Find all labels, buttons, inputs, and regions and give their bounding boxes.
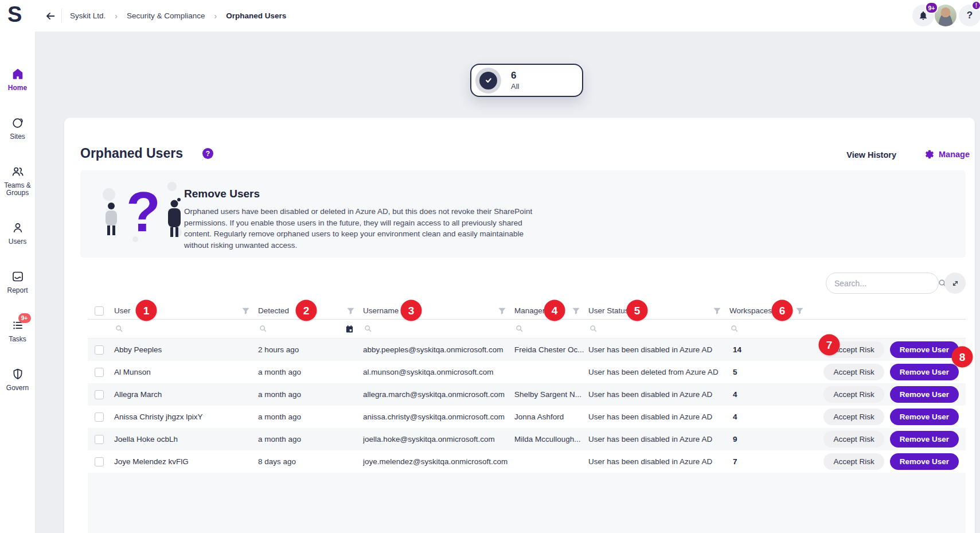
- filter-funnel-icon[interactable]: [713, 307, 721, 315]
- check-icon: [479, 72, 497, 90]
- remove-user-button[interactable]: Remove User: [890, 364, 959, 380]
- sidebar-item-govern[interactable]: Govern: [0, 367, 36, 392]
- gear-icon: [924, 149, 935, 159]
- column-label: User: [114, 306, 131, 315]
- remove-user-button[interactable]: Remove User: [890, 341, 959, 358]
- annotation-circle-2: 2: [296, 300, 317, 321]
- cell-user-status: User has been deleted from Azure AD: [588, 368, 729, 376]
- cell-user-status: User has been disabled in Azure AD: [588, 457, 729, 466]
- cell-workspaces: 9: [729, 435, 809, 443]
- row-checkbox[interactable]: [95, 435, 104, 444]
- info-heading: Remove Users: [184, 188, 260, 200]
- user-icon: [11, 221, 25, 235]
- search-input[interactable]: [834, 279, 938, 288]
- svg-text:?: ?: [126, 181, 161, 243]
- accept-risk-button[interactable]: Accept Risk: [823, 431, 884, 448]
- filter-funnel-icon[interactable]: [346, 307, 355, 315]
- cell-username: al.munson@syskitqa.onmicrosoft.com: [363, 368, 514, 376]
- sidebar-nav: Home Sites Teams & Groups Users Report 9…: [0, 32, 36, 533]
- remove-user-button[interactable]: Remove User: [890, 386, 959, 403]
- cell-workspaces: 7: [729, 457, 809, 466]
- table-row[interactable]: Anissa Christy jhgzx lpixY a month ago a…: [88, 406, 966, 428]
- sidebar-item-teams-groups[interactable]: Teams & Groups: [0, 165, 36, 198]
- filter-funnel-icon[interactable]: [572, 307, 580, 315]
- sidebar-item-home[interactable]: Home: [0, 67, 36, 92]
- filter-cell-workspaces[interactable]: [729, 320, 809, 338]
- row-checkbox[interactable]: [95, 413, 104, 422]
- table-row[interactable]: Joye Melendez kvFlG 8 days ago joye.mele…: [88, 450, 966, 473]
- column-label: User Status: [588, 306, 629, 315]
- cell-username: abby.peeples@syskitqa.onmicrosoft.com: [363, 345, 514, 354]
- cell-username: joye.melendez@syskitqa.onmicrosoft.com: [363, 457, 514, 466]
- filter-funnel-icon[interactable]: [241, 307, 250, 315]
- title-help-icon[interactable]: ?: [202, 148, 213, 159]
- sidebar-item-tasks[interactable]: 9+ Tasks: [0, 318, 36, 344]
- filter-cell-username[interactable]: [363, 320, 514, 338]
- manage-button[interactable]: Manage: [924, 149, 970, 159]
- remove-user-button[interactable]: Remove User: [890, 453, 959, 470]
- chip-circle: [475, 68, 501, 94]
- cell-detected: a month ago: [258, 368, 363, 376]
- filter-funnel-icon[interactable]: [498, 307, 506, 315]
- row-checkbox[interactable]: [95, 390, 104, 399]
- remove-user-button[interactable]: Remove User: [890, 408, 959, 425]
- filter-funnel-icon[interactable]: [795, 307, 804, 315]
- cell-user: Joella Hoke ocbLh: [114, 435, 258, 443]
- table-row[interactable]: Al Munson a month ago al.munson@syskitqa…: [88, 361, 966, 383]
- filter-cell-user-status[interactable]: [588, 320, 729, 338]
- column-header-workspaces[interactable]: Workspaces: [729, 302, 809, 319]
- breadcrumb-section[interactable]: Security & Compliance: [127, 11, 205, 20]
- row-checkbox[interactable]: [95, 345, 104, 355]
- tasks-badge: 9+: [18, 313, 31, 323]
- filter-cell-manager[interactable]: [514, 320, 588, 338]
- expand-icon: [951, 279, 960, 288]
- cell-manager: Freida Chester Oc...: [514, 345, 588, 354]
- select-all-checkbox[interactable]: [95, 306, 104, 316]
- accept-risk-button[interactable]: Accept Risk: [823, 408, 884, 425]
- column-header-username[interactable]: Username: [363, 302, 514, 319]
- sidebar-item-sites[interactable]: Sites: [0, 116, 36, 141]
- remove-users-info-banner: ? Remove Users Orphaned users have been …: [80, 170, 966, 258]
- table-empty-area: [88, 473, 966, 533]
- cell-username: anissa.christy@syskitqa.onmicrosoft.com: [363, 413, 514, 421]
- expand-table-button[interactable]: [944, 273, 966, 294]
- annotation-circle-6: 6: [772, 300, 793, 321]
- accept-risk-button[interactable]: Accept Risk: [823, 386, 884, 403]
- breadcrumb-separator: ›: [115, 11, 118, 21]
- column-label: Manager: [514, 306, 545, 315]
- sidebar-item-users[interactable]: Users: [0, 221, 36, 246]
- remove-user-button[interactable]: Remove User: [890, 431, 959, 448]
- breadcrumb-current: Orphaned Users: [226, 11, 286, 20]
- annotation-circle-5: 5: [627, 300, 648, 321]
- page-title: Orphaned Users: [80, 146, 183, 161]
- question-mark-icon: ?: [967, 10, 973, 21]
- accept-risk-button[interactable]: Accept Risk: [823, 453, 884, 470]
- filter-cell-detected[interactable]: [258, 320, 363, 338]
- cell-workspaces: 14: [729, 345, 809, 354]
- calendar-icon[interactable]: [345, 325, 354, 333]
- sites-icon: [11, 116, 25, 130]
- sidebar-item-label: Govern: [6, 384, 29, 392]
- teams-groups-icon: [11, 165, 25, 178]
- accept-risk-button[interactable]: Accept Risk: [823, 364, 884, 380]
- back-button[interactable]: [42, 8, 58, 24]
- cell-user: Allegra March: [114, 390, 258, 399]
- search-box: [826, 273, 939, 294]
- row-checkbox[interactable]: [95, 368, 104, 377]
- sidebar-item-report[interactable]: Report: [0, 270, 36, 295]
- filter-chip-all[interactable]: 6 All: [470, 64, 583, 97]
- column-header-user-status[interactable]: User Status: [588, 302, 729, 319]
- cell-detected: 2 hours ago: [258, 345, 363, 354]
- sidebar-item-label: Report: [7, 287, 28, 295]
- view-history-button[interactable]: View History: [846, 150, 896, 159]
- cell-manager: Jonna Ashford: [514, 413, 588, 421]
- table-row[interactable]: Joella Hoke ocbLh a month ago joella.hok…: [88, 428, 966, 450]
- row-checkbox[interactable]: [95, 457, 104, 466]
- breadcrumb-org[interactable]: Syskit Ltd.: [70, 11, 106, 20]
- cell-detected: a month ago: [258, 413, 363, 421]
- cell-user: Al Munson: [114, 368, 258, 376]
- cell-workspaces: 5: [729, 368, 809, 376]
- filter-cell-user[interactable]: [114, 320, 258, 338]
- table-row[interactable]: Allegra March a month ago allegra.march@…: [88, 383, 966, 406]
- breadcrumb: Syskit Ltd. › Security & Compliance › Or…: [70, 0, 286, 32]
